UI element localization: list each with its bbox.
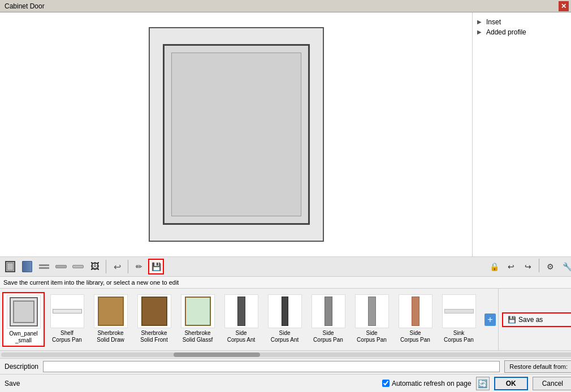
lib-item-sink-corpus-pan[interactable]: SinkCorpus Pan bbox=[438, 292, 480, 346]
thumb-own-panel-shape bbox=[10, 297, 38, 326]
lib-thumb-side-pan3 bbox=[399, 294, 432, 328]
edit-button[interactable]: ✏ bbox=[131, 259, 147, 275]
thumb-own-panel-inner bbox=[13, 300, 34, 323]
thumb-sherbroke-front-shape bbox=[141, 297, 167, 326]
door-panel bbox=[171, 53, 301, 216]
lib-label-sherbroke-solid: SherbrokeSolid Draw bbox=[97, 330, 124, 343]
description-input[interactable] bbox=[43, 361, 500, 372]
undo2-button[interactable]: ↩ bbox=[503, 259, 519, 275]
refresh-icon: 🔄 bbox=[478, 379, 487, 388]
lib-thumb-side-ant1 bbox=[224, 294, 258, 328]
library-button[interactable] bbox=[19, 259, 35, 275]
thumb-sherbroke-solid-shape bbox=[98, 297, 124, 326]
lib-thumb-side-pan1 bbox=[312, 294, 345, 328]
thumb-side-pan1-shape bbox=[325, 297, 332, 326]
expand-arrow-icon-2: ▶ bbox=[477, 29, 484, 36]
thumb-shelf-shape bbox=[53, 309, 82, 313]
save-as-button[interactable]: 💾 Save as bbox=[502, 312, 571, 327]
pencil-icon: ✏ bbox=[136, 262, 142, 271]
lib-item-side-corpus-pan2[interactable]: SideCorpus Pan bbox=[351, 292, 393, 346]
handle2-button[interactable] bbox=[70, 259, 86, 275]
thumb-sherbroke-glass-shape bbox=[185, 297, 211, 326]
tree-item-added-profile-label: Added profile bbox=[486, 28, 526, 36]
texture-button[interactable]: 🖼 bbox=[87, 259, 103, 275]
door-preview bbox=[0, 12, 472, 256]
thumb-side-ant1-shape bbox=[237, 297, 245, 326]
lib-label-sherbroke-glass: SherbrokeSolid Glassf bbox=[183, 330, 213, 343]
lib-item-side-corpus-ant2[interactable]: SideCorpus Ant bbox=[263, 292, 306, 346]
content-panel: ▶ Inset ▶ Added profile bbox=[0, 12, 571, 392]
save-as-disk-icon: 💾 bbox=[508, 316, 516, 324]
tree-item-added-profile[interactable]: ▶ Added profile bbox=[475, 27, 571, 37]
scrollbar-thumb[interactable] bbox=[174, 352, 260, 357]
close-button[interactable]: ✕ bbox=[559, 1, 569, 11]
undo-button[interactable]: ↩ bbox=[109, 259, 125, 275]
settings-button[interactable]: ⚙ bbox=[542, 259, 558, 275]
lib-label-own-panel: Own_panel_small bbox=[9, 330, 38, 344]
restore-default-button[interactable]: Restore default from: bbox=[504, 360, 571, 373]
refresh-button[interactable]: 🔄 bbox=[476, 377, 490, 390]
lib-thumb-shelf bbox=[50, 294, 84, 328]
door-icon bbox=[5, 261, 15, 272]
ok-button[interactable]: OK bbox=[494, 377, 528, 390]
redo-button[interactable]: ↪ bbox=[520, 259, 536, 275]
auto-refresh-label: Automatic refresh on page bbox=[392, 380, 471, 387]
scrollbar-track[interactable] bbox=[1, 352, 571, 357]
door-outer bbox=[149, 27, 324, 242]
thumb-side-ant2-shape bbox=[282, 297, 288, 326]
save-label: Save bbox=[5, 380, 20, 387]
lib-thumb-sherbroke-solid bbox=[94, 294, 128, 328]
lib-label-side-pan1: SideCorpus Pan bbox=[313, 330, 343, 343]
handle-button[interactable] bbox=[53, 259, 69, 275]
tree-panel: ▶ Inset ▶ Added profile bbox=[472, 12, 571, 256]
floppy-icon: 💾 bbox=[152, 262, 161, 271]
lib-item-side-corpus-ant1[interactable]: SideCorpus Ant bbox=[220, 292, 262, 346]
window-title: Cabinet Door bbox=[2, 2, 45, 10]
lib-thumb-sherbroke-front bbox=[137, 294, 171, 328]
lib-item-shelf-corpus-pan[interactable]: ShelfCorpus Pan bbox=[46, 292, 88, 346]
lib-label-side-ant2: SideCorpus Ant bbox=[271, 330, 299, 343]
thumb-side-pan2-shape bbox=[368, 297, 376, 326]
lib-item-side-corpus-pan3[interactable]: SideCorpus Pan bbox=[394, 292, 436, 346]
lib-item-sherbroke-solid-front[interactable]: SherbrokeSolid Front bbox=[133, 292, 175, 346]
lib-item-sherbroke-solid-draw[interactable]: SherbrokeSolid Draw bbox=[89, 292, 132, 346]
add-item-button[interactable]: + bbox=[485, 313, 496, 326]
lib-thumb-sherbroke-glass bbox=[181, 294, 215, 328]
settings2-button[interactable]: 🔧 bbox=[559, 259, 571, 275]
lock-button[interactable]: 🔒 bbox=[486, 259, 502, 275]
door-inner bbox=[163, 44, 310, 225]
save-as-area: 💾 Save as bbox=[498, 289, 571, 350]
cancel-button[interactable]: Cancel bbox=[533, 377, 571, 390]
handle-icon bbox=[55, 265, 67, 268]
lib-thumb-side-ant2 bbox=[268, 294, 302, 328]
shelf-button[interactable] bbox=[36, 259, 52, 275]
lock-icon: 🔒 bbox=[490, 262, 499, 271]
door-view-button[interactable] bbox=[2, 259, 18, 275]
shelf-icon bbox=[39, 264, 49, 269]
description-area: Description Restore default from: bbox=[0, 358, 571, 374]
settings-icon: ⚙ bbox=[547, 262, 554, 271]
lib-label-side-pan2: SideCorpus Pan bbox=[357, 330, 387, 343]
book-icon bbox=[22, 261, 32, 272]
lib-label-sherbroke-front: SherbrokeSolid Front bbox=[140, 330, 167, 343]
toolbar-separator-3 bbox=[539, 259, 539, 272]
bottom-bar: Save Automatic refresh on page 🔄 OK Canc… bbox=[0, 374, 571, 392]
redo-icon: ↪ bbox=[525, 262, 531, 271]
lib-thumb-own-panel bbox=[7, 295, 41, 329]
save-as-label: Save as bbox=[518, 316, 543, 324]
toolbar-separator-1 bbox=[106, 260, 106, 273]
lib-item-own-panel-small[interactable]: Own_panel_small bbox=[2, 292, 45, 347]
lib-label-shelf: ShelfCorpus Pan bbox=[52, 330, 82, 343]
auto-refresh-area: Automatic refresh on page bbox=[382, 380, 471, 387]
save-button-toolbar[interactable]: 💾 bbox=[148, 259, 164, 275]
toolbar-right: 🔒 ↩ ↪ ⚙ 🔧 bbox=[486, 259, 571, 275]
auto-refresh-checkbox[interactable] bbox=[382, 380, 390, 387]
lib-item-side-corpus-pan1[interactable]: SideCorpus Pan bbox=[307, 292, 349, 346]
preview-area: ▶ Inset ▶ Added profile bbox=[0, 12, 571, 256]
lib-item-sherbroke-glass[interactable]: SherbrokeSolid Glassf bbox=[176, 292, 219, 346]
lib-label-side-ant1: SideCorpus Ant bbox=[227, 330, 255, 343]
description-label: Description bbox=[5, 363, 38, 371]
tree-item-inset[interactable]: ▶ Inset bbox=[475, 17, 571, 27]
lib-plus-area: + bbox=[482, 289, 498, 350]
settings2-icon: 🔧 bbox=[563, 262, 572, 271]
